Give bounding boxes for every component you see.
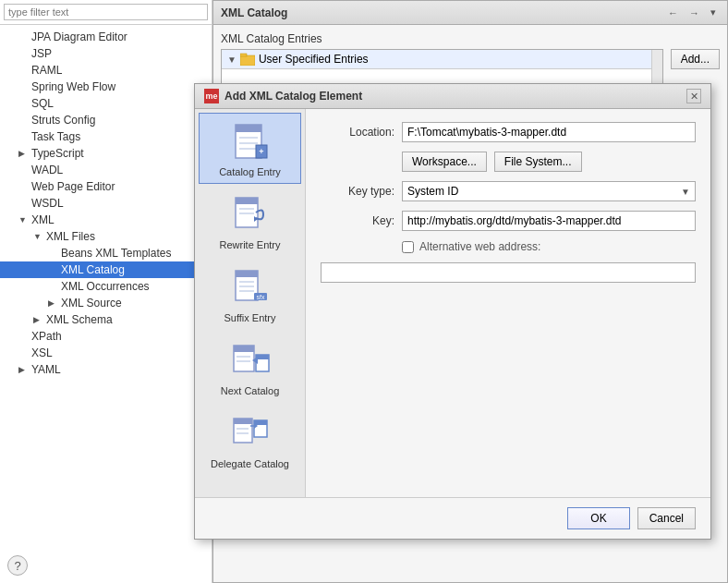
sidebar-item-label: WSDL — [31, 197, 64, 210]
entry-label: Suffix Entry — [224, 312, 275, 323]
entry-label: Catalog Entry — [219, 166, 281, 177]
modal-title-text: Add XML Catalog Element — [224, 90, 362, 103]
xml-catalog-titlebar: XML Catalog ← → ▾ — [213, 1, 727, 25]
sidebar-item-label: WADL — [31, 164, 63, 176]
catalog-entry-btn-next-catalog[interactable]: Next Catalog — [199, 332, 301, 403]
sidebar-item[interactable]: ▶XML Source — [0, 295, 212, 311]
dropdown-button[interactable]: ▾ — [707, 5, 720, 20]
tree-arrow-icon: ▶ — [33, 315, 42, 324]
tree-arrow-icon: ▼ — [33, 232, 42, 241]
help-button[interactable]: ? — [7, 555, 28, 576]
sidebar-tree: JPA Diagram EditorJSPRAMLSpring Web Flow… — [0, 25, 212, 534]
location-buttons-row: Workspace... File System... — [321, 152, 696, 172]
sidebar-item[interactable]: XPath — [0, 328, 212, 345]
xml-catalog-toolbar: ← → ▾ — [664, 5, 720, 20]
key-row: Key: — [321, 211, 696, 231]
svg-rect-29 — [234, 419, 252, 424]
folder-icon — [240, 53, 255, 66]
cancel-button[interactable]: Cancel — [637, 507, 696, 529]
sidebar-item-label: Struts Config — [31, 114, 95, 127]
modal-title-area: me Add XML Catalog Element — [204, 89, 362, 103]
forward-button[interactable]: → — [686, 5, 703, 20]
add-button[interactable]: Add... — [671, 49, 720, 69]
sidebar-item-label: YAML — [31, 363, 61, 376]
catalog-entry-btn-suffix-entry[interactable]: sfx Suffix Entry — [199, 259, 301, 330]
sidebar-item[interactable]: WSDL — [0, 195, 212, 212]
sidebar-item[interactable]: Spring Web Flow — [0, 79, 212, 95]
alt-address-input[interactable] — [321, 262, 696, 283]
ok-button[interactable]: OK — [567, 507, 629, 529]
entries-section-label: XML Catalog Entries — [221, 32, 720, 45]
sidebar-item[interactable]: JPA Diagram Editor — [0, 29, 212, 45]
entry-label: User Specified Entries — [259, 53, 369, 66]
xml-catalog-title: XML Catalog — [221, 6, 287, 19]
tree-arrow-icon: ▼ — [18, 215, 28, 225]
key-type-select[interactable]: System IDPublic IDURI — [402, 181, 696, 201]
catalog-entry-btn-rewrite-entry[interactable]: Rewrite Entry — [199, 186, 301, 257]
modal-titlebar: me Add XML Catalog Element ✕ — [195, 84, 710, 109]
sidebar-item-label: JPA Diagram Editor — [31, 30, 127, 43]
modal-dialog: me Add XML Catalog Element ✕ + Catalog E… — [194, 83, 711, 540]
entry-label: Next Catalog — [221, 385, 280, 396]
entry-label: Delegate Catalog — [211, 458, 289, 469]
sidebar-item[interactable]: SQL — [0, 95, 212, 112]
svg-text:sfx: sfx — [256, 294, 264, 300]
modal-right-panel: Location: Workspace... File System... Ke… — [306, 109, 710, 497]
entry-icon: sfx — [228, 265, 273, 310]
entries-list-item[interactable]: ▼ User Specified Entries — [222, 50, 651, 69]
key-label: Key: — [321, 214, 394, 227]
sidebar-item[interactable]: ▶XML Schema — [0, 311, 212, 328]
svg-rect-3 — [236, 125, 261, 132]
filesystem-button[interactable]: File System... — [494, 152, 582, 172]
sidebar-item[interactable]: XSL — [0, 345, 212, 361]
sidebar-item-label: XML Catalog — [61, 263, 125, 276]
location-input[interactable] — [402, 122, 696, 142]
sidebar-item[interactable]: ▶TypeScript — [0, 145, 212, 162]
sidebar-item-label: JSP — [31, 47, 52, 60]
catalog-entry-btn-catalog-entry[interactable]: + Catalog Entry — [199, 113, 301, 184]
sidebar-item[interactable]: ▼XML — [0, 212, 212, 228]
sidebar-item[interactable]: ▼XML Files — [0, 228, 212, 245]
alt-address-checkbox[interactable] — [402, 241, 414, 253]
sidebar-item[interactable]: Struts Config — [0, 112, 212, 128]
alt-address-label: Alternative web address: — [419, 240, 540, 253]
alt-address-row: Alternative web address: — [321, 240, 696, 253]
sidebar-item-label: SQL — [31, 97, 54, 110]
modal-left-panel: + Catalog Entry Rewrite Entry sfx Suffix… — [195, 109, 306, 497]
workspace-button[interactable]: Workspace... — [402, 152, 487, 172]
entry-icon — [228, 338, 273, 383]
svg-rect-26 — [256, 355, 269, 359]
entry-icon: + — [228, 119, 273, 164]
sidebar-item-label: Web Page Editor — [31, 180, 115, 193]
svg-rect-33 — [254, 420, 267, 425]
sidebar-item-label: XSL — [31, 346, 53, 359]
sidebar-item-label: Task Tags — [31, 130, 80, 143]
svg-rect-22 — [234, 346, 254, 352]
key-input[interactable] — [402, 211, 696, 231]
sidebar-search-area — [0, 0, 212, 25]
sidebar-item[interactable]: RAML — [0, 62, 212, 79]
entry-icon — [228, 192, 273, 237]
sidebar-item[interactable]: Beans XML Templates — [0, 245, 212, 261]
tree-arrow-icon: ▶ — [18, 365, 28, 374]
sidebar-item[interactable]: XML Catalog — [0, 261, 212, 278]
sidebar-item-label: XML Source — [61, 297, 122, 310]
sidebar-item[interactable]: WADL — [0, 162, 212, 178]
sidebar-item-label: XML — [31, 213, 55, 226]
modal-close-button[interactable]: ✕ — [686, 89, 701, 103]
sidebar-item[interactable]: Web Page Editor — [0, 178, 212, 195]
sidebar-item[interactable]: XML Occurrences — [0, 278, 212, 295]
svg-rect-15 — [236, 271, 258, 277]
sidebar-item-label: TypeScript — [31, 147, 84, 160]
key-type-row: Key type: System IDPublic IDURI ▼ — [321, 181, 696, 201]
sidebar-item[interactable]: Task Tags — [0, 128, 212, 145]
sidebar-item[interactable]: JSP — [0, 45, 212, 62]
entry-label: Rewrite Entry — [219, 239, 280, 250]
catalog-entry-btn-delegate-catalog[interactable]: Delegate Catalog — [199, 405, 301, 476]
svg-rect-10 — [236, 198, 258, 204]
sidebar-item[interactable]: ▶YAML — [0, 361, 212, 378]
modal-body: + Catalog Entry Rewrite Entry sfx Suffix… — [195, 109, 710, 497]
tree-arrow-icon: ▶ — [18, 149, 28, 158]
back-button[interactable]: ← — [664, 5, 682, 20]
search-input[interactable] — [4, 4, 208, 20]
